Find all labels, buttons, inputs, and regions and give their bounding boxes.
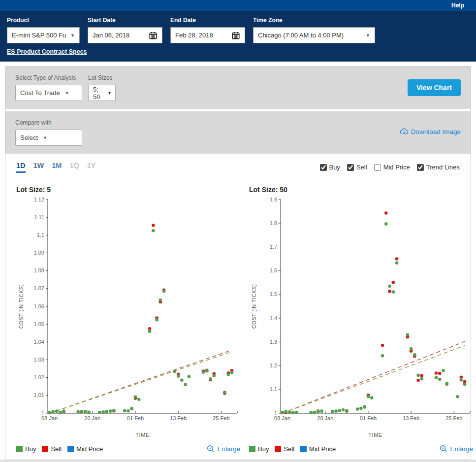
x-axis-ticks: 08 Jan20 Jan01 Feb13 Feb25 Feb — [41, 411, 237, 421]
data-point — [416, 374, 420, 377]
product-contract-specs-link[interactable]: ES Product Contract Specs — [7, 48, 87, 55]
data-point — [209, 377, 212, 381]
end-date-label: End Date — [170, 17, 245, 24]
data-point — [173, 370, 177, 373]
data-point — [381, 354, 384, 358]
analysis-type-select[interactable]: Cost To Trade ▼ — [15, 85, 82, 101]
product-select[interactable]: E-mini S&P 500 Fu ▼ — [7, 27, 80, 43]
enlarge-link[interactable]: Enlarge — [207, 445, 240, 453]
data-point — [62, 409, 65, 413]
enlarge-label: Enlarge — [450, 445, 473, 453]
legend-label: Sell — [51, 445, 62, 453]
data-point — [281, 411, 284, 414]
download-image-label: Download Image — [411, 128, 461, 135]
data-point — [381, 344, 384, 347]
cloud-download-icon — [400, 127, 409, 136]
data-point — [331, 410, 334, 413]
data-point — [435, 376, 438, 379]
legend-item-buy: Buy — [249, 445, 269, 453]
svg-text:1.3: 1.3 — [270, 339, 277, 345]
svg-text:1.02: 1.02 — [34, 374, 44, 380]
data-point — [342, 408, 345, 412]
legend-label: Sell — [284, 445, 294, 453]
data-point — [162, 290, 166, 293]
x-axis-label: TIME — [135, 432, 149, 438]
toggle-sell[interactable]: Sell — [347, 164, 367, 171]
time-zone-select[interactable]: Chicago (7:00 AM to 4:00 PM) ▼ — [253, 27, 375, 43]
magnifier-plus-icon — [440, 445, 447, 453]
data-point — [184, 383, 187, 386]
data-point — [445, 382, 448, 385]
data-point — [230, 371, 234, 374]
data-point — [148, 330, 152, 333]
data-point — [463, 383, 467, 386]
data-point — [112, 409, 116, 412]
toggle-buy[interactable]: Buy — [320, 164, 340, 171]
data-point — [55, 409, 59, 413]
svg-text:1.05: 1.05 — [34, 321, 44, 327]
checkbox-trend-lines[interactable] — [417, 164, 424, 171]
svg-text:1.11: 1.11 — [34, 214, 44, 220]
svg-text:1.06: 1.06 — [34, 303, 44, 309]
scatter-plot: 11.11.21.31.41.51.61.71.81.908 Jan20 Jan… — [249, 195, 473, 441]
chevron-down-icon: ▼ — [366, 33, 370, 38]
lot-sizes-group: Lot Sizes 5; 50 ▾ — [88, 74, 116, 101]
data-point — [52, 410, 55, 414]
data-point — [370, 396, 374, 399]
legend-label: Buy — [258, 445, 269, 453]
toggle-label: Trend Lines — [426, 164, 460, 171]
view-chart-button[interactable]: View Chart — [408, 79, 461, 96]
data-point — [320, 409, 323, 413]
scatter-plot: 11.011.021.031.041.051.061.071.081.091.1… — [16, 195, 240, 441]
checkbox-buy[interactable] — [320, 164, 327, 171]
data-point — [384, 211, 388, 215]
enlarge-link[interactable]: Enlarge — [440, 445, 473, 453]
data-point — [438, 378, 442, 381]
data-point — [395, 257, 399, 261]
series-toggles: BuySellMid PriceTrend Lines — [320, 164, 460, 171]
calendar-icon[interactable] — [149, 31, 158, 40]
end-date-input[interactable]: Feb 28, 2018 — [170, 27, 245, 43]
chevron-down-icon: ▼ — [43, 135, 47, 140]
tab-1q: 1Q — [69, 162, 79, 173]
data-point — [309, 411, 313, 414]
tab-1w[interactable]: 1W — [33, 162, 44, 173]
checkbox-mid-price[interactable] — [374, 164, 381, 171]
data-point — [338, 409, 342, 412]
footer-strip — [0, 460, 476, 462]
legend-item-mid-price: Mid Price — [300, 445, 336, 453]
y-axis-label: COST (IN TICKS) — [18, 284, 24, 329]
data-point — [159, 298, 162, 302]
data-point — [137, 397, 141, 401]
checkbox-sell[interactable] — [347, 164, 354, 171]
data-point — [460, 375, 463, 379]
data-point — [384, 222, 388, 226]
y-axis-ticks: 11.11.21.31.41.51.61.71.81.9 — [270, 197, 281, 416]
calendar-icon[interactable] — [231, 31, 240, 40]
tab-1m[interactable]: 1M — [52, 162, 62, 173]
help-link[interactable]: Help — [451, 2, 464, 9]
svg-text:1.6: 1.6 — [270, 267, 277, 273]
svg-text:01 Feb: 01 Feb — [360, 415, 377, 421]
legend-label: Mid Price — [309, 445, 336, 453]
start-date-input[interactable]: Jan 06, 2018 — [88, 27, 162, 43]
data-point — [313, 411, 317, 414]
svg-text:1.4: 1.4 — [270, 315, 277, 321]
toggle-mid-price[interactable]: Mid Price — [374, 164, 410, 171]
chart-legend: BuySellMid PriceEnlarge — [249, 445, 473, 453]
time-zone-value: Chicago (7:00 AM to 4:00 PM) — [258, 32, 363, 39]
tab-1d[interactable]: 1D — [16, 162, 26, 173]
data-point — [127, 409, 130, 413]
toggle-trend-lines[interactable]: Trend Lines — [417, 164, 460, 171]
compare-with-select[interactable]: Select ▼ — [15, 130, 82, 146]
lot-sizes-select[interactable]: 5; 50 ▾ — [88, 85, 116, 101]
compare-with-label: Compare with — [15, 119, 82, 126]
start-date-value: Jan 06, 2018 — [93, 32, 149, 39]
buy-points — [48, 229, 233, 414]
svg-text:1.04: 1.04 — [34, 339, 44, 345]
data-point — [359, 407, 363, 410]
data-point — [177, 374, 180, 378]
svg-text:08 Jan: 08 Jan — [41, 415, 58, 421]
product-label: Product — [7, 17, 80, 24]
download-image-link[interactable]: Download Image — [400, 127, 461, 136]
